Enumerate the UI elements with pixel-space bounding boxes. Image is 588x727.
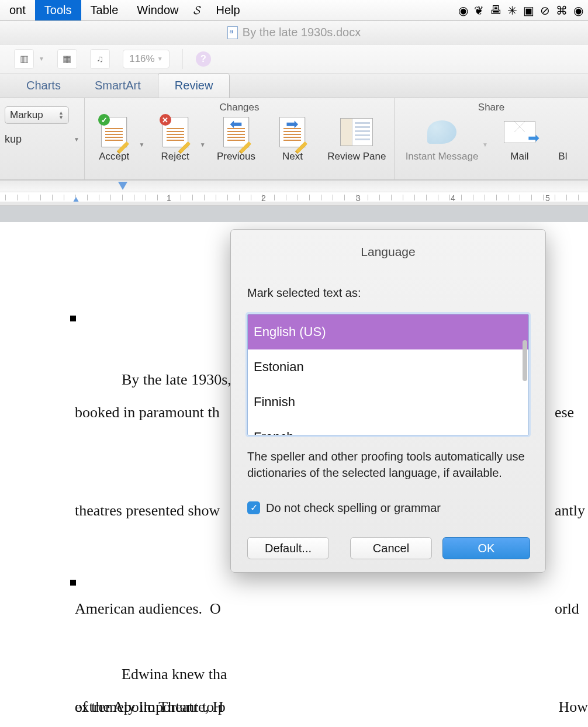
spelling-checkbox-row[interactable]: ✓ Do not check spelling or grammar bbox=[247, 491, 529, 524]
dialog-description: The speller and other proofing tools aut… bbox=[247, 448, 529, 481]
ribbon-section-share: Share Instant Message ▼ ➡ Mail Bl bbox=[395, 98, 588, 179]
instant-message-label: Instant Message bbox=[406, 151, 479, 162]
tab-smartart[interactable]: SmartArt bbox=[78, 73, 158, 98]
reject-button[interactable]: ✕ Reject bbox=[149, 116, 200, 162]
next-button[interactable]: ➡ Next bbox=[267, 116, 318, 162]
markup-options-label: kup bbox=[5, 133, 22, 146]
camera-icon[interactable]: ◉ bbox=[573, 4, 583, 18]
default-button[interactable]: Default... bbox=[247, 537, 329, 559]
next-label: Next bbox=[282, 151, 303, 162]
reject-label: Reject bbox=[161, 151, 189, 162]
keychain-icon[interactable]: ◉ bbox=[458, 4, 468, 18]
evernote-icon[interactable]: ❦ bbox=[474, 4, 484, 18]
dialog-title: Language bbox=[231, 230, 545, 276]
paragraph-mark-icon bbox=[70, 316, 76, 321]
sidebar-toggle-icon[interactable]: ▥ bbox=[14, 49, 34, 69]
display-icon[interactable]: ▣ bbox=[523, 4, 534, 18]
previous-label: Previous bbox=[217, 151, 255, 162]
review-pane-button[interactable]: Review Pane bbox=[323, 116, 390, 162]
language-dialog: Language Mark selected text as: English … bbox=[230, 229, 546, 573]
dialog-label: Mark selected text as: bbox=[247, 276, 529, 309]
previous-button[interactable]: ⬅ Previous bbox=[210, 116, 262, 162]
chevron-down-icon[interactable]: ▼ bbox=[139, 141, 144, 148]
ribbon-section-changes: Changes ✓ Accept ▼ ✕ Reject ▼ ⬅ Previous… bbox=[85, 98, 395, 179]
horizontal-ruler[interactable]: 1 2 3 4 5 bbox=[0, 180, 588, 206]
layout-icon[interactable]: ▦ bbox=[57, 49, 77, 69]
language-listbox[interactable]: English (US) Estonian Finnish French Fre… bbox=[247, 314, 529, 435]
language-option-estonian[interactable]: Estonian bbox=[248, 349, 528, 385]
markup-dropdown-label: Markup bbox=[10, 109, 43, 121]
document-filename: By the late 1930s.docx bbox=[243, 26, 361, 39]
zoom-value: 116% bbox=[129, 53, 154, 65]
menu-item-ont[interactable]: ont bbox=[0, 0, 35, 20]
document-file-icon bbox=[227, 26, 238, 39]
document-body-text: extremely important to p bbox=[75, 625, 226, 727]
dropdown-arrow-icon[interactable]: ▼ bbox=[39, 56, 44, 62]
markup-options-dropdown[interactable]: kup ▼ bbox=[5, 133, 79, 146]
document-background-gap bbox=[0, 206, 588, 222]
accept-label: Accept bbox=[99, 151, 129, 162]
printer-icon[interactable]: 🖶 bbox=[490, 4, 501, 17]
markup-dropdown[interactable]: Markup ▲▼ bbox=[5, 106, 69, 124]
menu-item-tools[interactable]: Tools bbox=[35, 0, 81, 20]
chevron-down-icon: ▼ bbox=[157, 56, 163, 62]
cancel-button[interactable]: Cancel bbox=[350, 537, 432, 559]
scrollbar-thumb[interactable] bbox=[523, 340, 527, 381]
zoom-level[interactable]: 116%▼ bbox=[123, 50, 170, 68]
keyboard-shortcut-icon[interactable]: ⌘ bbox=[556, 4, 568, 18]
tab-review[interactable]: Review bbox=[158, 73, 230, 98]
ok-button[interactable]: OK bbox=[442, 537, 530, 559]
chevron-down-icon[interactable]: ▼ bbox=[200, 141, 206, 148]
instant-message-button[interactable]: Instant Message bbox=[398, 116, 486, 162]
ribbon: Markup ▲▼ kup ▼ Changes ✓ Accept ▼ ✕ Rej… bbox=[0, 98, 588, 180]
chevron-down-icon[interactable]: ▼ bbox=[482, 141, 488, 148]
review-pane-label: Review Pane bbox=[327, 151, 386, 162]
blog-label: Bl bbox=[558, 151, 567, 162]
language-option-finnish[interactable]: Finnish bbox=[248, 385, 528, 420]
menubar: ont Tools Table Window 𝓢 Help ◉ ❦ 🖶 ✳ ▣ … bbox=[0, 0, 588, 21]
mail-button[interactable]: ➡ Mail bbox=[493, 116, 547, 162]
script-menu-icon[interactable]: 𝓢 bbox=[188, 4, 206, 17]
mail-label: Mail bbox=[510, 151, 528, 162]
section-title-share: Share bbox=[398, 101, 584, 116]
media-browser-icon[interactable]: ♫ bbox=[90, 49, 110, 69]
language-option-french[interactable]: French bbox=[248, 420, 528, 435]
brightness-icon[interactable]: ✳ bbox=[507, 4, 517, 18]
ribbon-tabs: Charts SmartArt Review bbox=[0, 74, 588, 98]
checkbox-label: Do not check spelling or grammar bbox=[266, 491, 441, 524]
window-titlebar: By the late 1930s.docx bbox=[0, 21, 588, 44]
tab-charts[interactable]: Charts bbox=[9, 73, 78, 98]
ribbon-tracking-group: Markup ▲▼ kup ▼ bbox=[0, 98, 85, 179]
document-page[interactable]: By the late 1930s, African American perf… bbox=[0, 222, 588, 727]
chevron-down-icon: ▼ bbox=[74, 136, 79, 143]
menu-item-table[interactable]: Table bbox=[81, 0, 128, 20]
stepper-icon: ▲▼ bbox=[58, 110, 64, 120]
toolbar-divider bbox=[182, 49, 183, 69]
section-title-changes: Changes bbox=[88, 101, 390, 116]
menu-item-window[interactable]: Window bbox=[127, 0, 188, 20]
menu-item-help[interactable]: Help bbox=[206, 0, 249, 20]
language-option-english-us[interactable]: English (US) bbox=[248, 314, 528, 349]
help-icon[interactable]: ? bbox=[196, 51, 211, 67]
block-icon[interactable]: ⊘ bbox=[540, 4, 550, 18]
quick-toolbar: ▥▼ ▦ ♫ 116%▼ ? bbox=[0, 44, 588, 74]
accept-button[interactable]: ✓ Accept bbox=[88, 116, 140, 162]
checkbox-checked-icon[interactable]: ✓ bbox=[247, 501, 260, 514]
blog-button-partial[interactable]: Bl bbox=[551, 116, 575, 162]
document-body-text-right: ese antly orld How The laye ness nous bbox=[555, 331, 588, 727]
menubar-status-icons: ◉ ❦ 🖶 ✳ ▣ ⊘ ⌘ ◉ bbox=[458, 4, 588, 18]
